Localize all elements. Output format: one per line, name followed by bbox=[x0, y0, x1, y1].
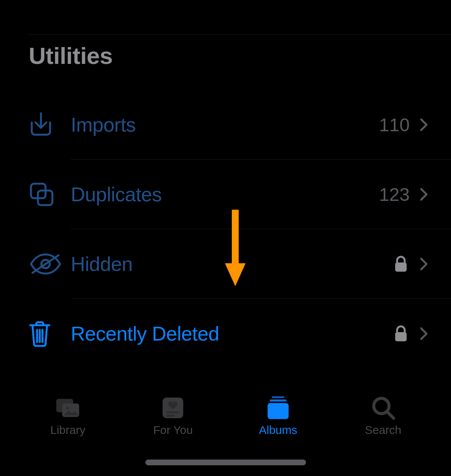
row-label: Imports bbox=[71, 113, 379, 136]
library-icon bbox=[55, 397, 80, 419]
row-recently-deleted[interactable]: Recently Deleted bbox=[0, 299, 451, 368]
svg-rect-14 bbox=[166, 415, 175, 417]
albums-icon bbox=[265, 397, 291, 419]
lock-icon bbox=[394, 256, 407, 272]
row-count: 110 bbox=[379, 114, 420, 135]
svg-rect-15 bbox=[272, 396, 284, 398]
row-hidden[interactable]: Hidden bbox=[0, 229, 451, 299]
section-divider bbox=[29, 34, 451, 35]
chevron-right-icon bbox=[420, 118, 428, 132]
trash-icon bbox=[29, 320, 71, 347]
utilities-list: Imports 110 Duplicates 123 bbox=[0, 90, 451, 368]
svg-rect-8 bbox=[395, 332, 407, 341]
hidden-eye-slash-icon bbox=[29, 253, 71, 275]
duplicates-icon bbox=[29, 181, 71, 207]
tab-label: For You bbox=[153, 424, 192, 437]
tab-label: Search bbox=[365, 424, 401, 437]
tab-label: Albums bbox=[259, 424, 297, 437]
svg-rect-13 bbox=[166, 411, 179, 413]
lock-icon bbox=[394, 325, 407, 342]
tab-library[interactable]: Library bbox=[15, 397, 120, 437]
row-label: Hidden bbox=[71, 253, 394, 275]
search-icon bbox=[371, 397, 396, 419]
chevron-right-icon bbox=[420, 257, 428, 271]
svg-line-19 bbox=[388, 412, 394, 418]
row-label: Duplicates bbox=[71, 183, 379, 206]
row-imports[interactable]: Imports 110 bbox=[0, 90, 451, 160]
tab-for-you[interactable]: For You bbox=[120, 397, 226, 437]
svg-point-11 bbox=[66, 407, 69, 410]
tab-label: Library bbox=[50, 424, 86, 437]
section-title-utilities: Utilities bbox=[29, 42, 112, 69]
albums-utilities-screen: Utilities Imports 110 bbox=[0, 0, 451, 476]
chevron-right-icon bbox=[420, 187, 428, 201]
import-icon bbox=[29, 111, 71, 139]
chevron-right-icon bbox=[420, 327, 428, 341]
for-you-icon bbox=[160, 397, 186, 419]
tab-albums[interactable]: Albums bbox=[226, 397, 331, 437]
svg-rect-4 bbox=[395, 262, 407, 272]
home-indicator[interactable] bbox=[145, 460, 306, 465]
row-duplicates[interactable]: Duplicates 123 bbox=[0, 160, 451, 229]
row-label: Recently Deleted bbox=[71, 322, 394, 345]
svg-rect-17 bbox=[267, 403, 288, 419]
tab-bar: Library For You Albums bbox=[0, 384, 451, 449]
row-count: 123 bbox=[379, 184, 420, 205]
tab-search[interactable]: Search bbox=[331, 397, 436, 437]
svg-rect-16 bbox=[270, 399, 287, 402]
